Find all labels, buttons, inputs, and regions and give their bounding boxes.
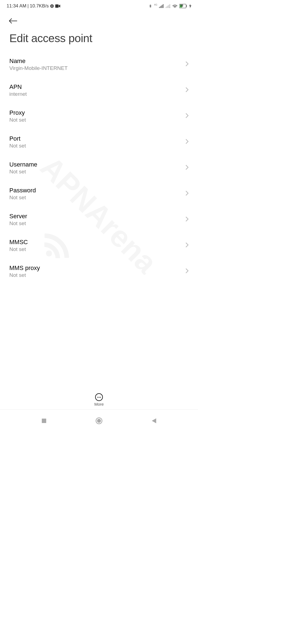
signal-4g-icon: 4G xyxy=(154,3,157,6)
chevron-right-icon xyxy=(185,165,189,171)
setting-label: MMSC xyxy=(9,239,182,246)
setting-row-server[interactable]: Server Not set xyxy=(9,207,189,233)
setting-text: Port Not set xyxy=(9,135,182,149)
chevron-right-icon xyxy=(185,190,189,197)
setting-label: Port xyxy=(9,135,182,142)
setting-text: APN internet xyxy=(9,83,182,97)
svg-rect-1 xyxy=(159,7,160,8)
svg-rect-3 xyxy=(161,6,162,8)
setting-text: Name Virgin-Mobile-INTERNET xyxy=(9,58,182,71)
setting-value: Not set xyxy=(9,143,182,149)
setting-row-proxy[interactable]: Proxy Not set xyxy=(9,103,189,129)
status-time: 11:34 AM xyxy=(7,3,26,9)
setting-text: MMS proxy Not set xyxy=(9,264,182,278)
setting-value: Not set xyxy=(9,195,182,201)
status-bar-right: 4G × 38 xyxy=(148,4,191,9)
svg-rect-2 xyxy=(160,6,161,8)
status-bar: 11:34 AM | 10.7KB/s 4G × 38 xyxy=(0,0,198,11)
wifi-icon xyxy=(172,4,178,8)
status-separator: | xyxy=(28,3,29,9)
chevron-right-icon xyxy=(185,87,189,94)
setting-value: Not set xyxy=(9,169,182,175)
bluetooth-icon xyxy=(148,4,152,9)
chevron-right-icon xyxy=(185,61,189,68)
more-label: More xyxy=(94,402,104,406)
setting-row-username[interactable]: Username Not set xyxy=(9,155,189,181)
setting-row-password[interactable]: Password Not set xyxy=(9,181,189,207)
chevron-right-icon xyxy=(185,113,189,119)
chevron-right-icon xyxy=(185,242,189,249)
status-bar-left: 11:34 AM | 10.7KB/s xyxy=(7,3,60,9)
nav-home-button[interactable] xyxy=(94,415,105,426)
setting-text: Password Not set xyxy=(9,187,182,201)
svg-rect-4 xyxy=(162,5,163,8)
svg-rect-5 xyxy=(163,4,164,8)
svg-point-18 xyxy=(97,419,101,423)
setting-row-port[interactable]: Port Not set xyxy=(9,129,189,155)
setting-value: Not set xyxy=(9,246,182,252)
page-title: Edit access point xyxy=(0,29,198,51)
setting-label: Password xyxy=(9,187,182,194)
setting-label: Proxy xyxy=(9,109,182,116)
header xyxy=(0,11,198,29)
svg-rect-7 xyxy=(167,6,167,8)
setting-value: Not set xyxy=(9,272,182,278)
settings-list: Name Virgin-Mobile-INTERNET APN internet… xyxy=(0,51,198,284)
circle-icon xyxy=(95,417,103,424)
more-button[interactable]: More xyxy=(0,391,198,410)
svg-text:×: × xyxy=(169,7,170,8)
charging-icon xyxy=(189,4,191,8)
setting-value: Virgin-Mobile-INTERNET xyxy=(9,65,182,71)
nav-recent-button[interactable] xyxy=(38,415,50,426)
signal-sim1-icon xyxy=(159,4,164,8)
setting-value: Not set xyxy=(9,220,182,227)
chevron-right-icon xyxy=(185,268,189,275)
setting-row-name[interactable]: Name Virgin-Mobile-INTERNET xyxy=(9,51,189,77)
chevron-right-icon xyxy=(185,216,189,223)
chevron-right-icon xyxy=(185,139,189,145)
arrow-left-icon xyxy=(9,18,18,24)
setting-text: Username Not set xyxy=(9,161,182,175)
back-button[interactable] xyxy=(9,15,20,26)
setting-text: Server Not set xyxy=(9,213,182,227)
nav-back-button[interactable] xyxy=(148,415,160,426)
battery-percent-text: 38 xyxy=(180,4,183,7)
setting-label: Username xyxy=(9,161,182,168)
setting-text: Proxy Not set xyxy=(9,109,182,123)
setting-label: Name xyxy=(9,58,182,65)
video-icon xyxy=(55,4,60,8)
more-icon xyxy=(95,393,103,401)
svg-rect-16 xyxy=(42,419,46,423)
setting-text: MMSC Not set xyxy=(9,239,182,252)
svg-rect-6 xyxy=(166,7,166,8)
signal-sim2-icon: × xyxy=(166,4,170,8)
triangle-left-icon xyxy=(151,418,157,424)
setting-value: internet xyxy=(9,91,182,97)
svg-rect-8 xyxy=(167,6,168,8)
setting-label: MMS proxy xyxy=(9,264,182,272)
navigation-bar xyxy=(0,412,198,429)
setting-row-apn[interactable]: APN internet xyxy=(9,77,189,103)
battery-icon: 38 xyxy=(179,4,188,8)
setting-value: Not set xyxy=(9,117,182,123)
setting-row-mms-proxy[interactable]: MMS proxy Not set xyxy=(9,258,189,284)
setting-label: Server xyxy=(9,213,182,220)
status-data-rate: 10.7KB/s xyxy=(30,3,49,9)
setting-label: APN xyxy=(9,83,182,91)
svg-rect-14 xyxy=(186,5,187,7)
square-icon xyxy=(41,418,47,424)
gear-icon xyxy=(50,4,54,8)
svg-rect-0 xyxy=(55,4,59,8)
setting-row-mmsc[interactable]: MMSC Not set xyxy=(9,233,189,258)
